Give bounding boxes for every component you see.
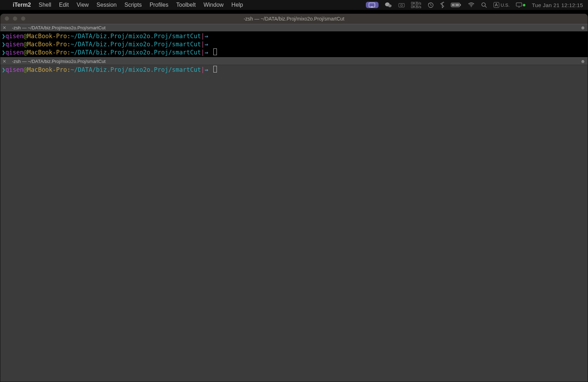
input-source[interactable]: A U.S. (494, 2, 509, 8)
window-titlebar[interactable]: -zsh — ~/DATA/biz.Proj/mixo2o.Proj/smart… (0, 14, 588, 24)
menu-help[interactable]: Help (231, 2, 243, 8)
iterm-window: -zsh — ~/DATA/biz.Proj/mixo2o.Proj/smart… (0, 13, 588, 382)
zoom-window-button[interactable] (21, 16, 25, 21)
macos-menubar: iTerm2 Shell Edit View Session Scripts P… (0, 0, 588, 10)
pane-bottom-tabbar[interactable]: ✕ -zsh — ~/DATA/biz.Proj/mixo2o.Proj/sma… (0, 57, 588, 65)
pane-bottom: ✕ -zsh — ~/DATA/biz.Proj/mixo2o.Proj/sma… (0, 57, 588, 382)
svg-rect-0 (369, 3, 375, 7)
close-pane-icon[interactable]: ✕ (2, 59, 9, 64)
menubar-right: 0KB/s0KB/s A U.S. Tue Jan 21 12:12:15 (366, 1, 583, 8)
menubar-left: iTerm2 Shell Edit View Session Scripts P… (5, 2, 243, 8)
timemachine-icon[interactable] (428, 2, 434, 8)
minimize-window-button[interactable] (13, 16, 17, 21)
window-title: -zsh — ~/DATA/biz.Proj/mixo2o.Proj/smart… (0, 16, 588, 22)
menu-window[interactable]: Window (203, 2, 224, 8)
wechat-icon[interactable] (385, 2, 392, 8)
traffic-lights (0, 16, 25, 21)
menu-session[interactable]: Session (97, 2, 117, 8)
cursor (213, 66, 217, 73)
prompt-line: ❯qisen@MacBook-Pro:~/DATA/biz.Proj/mixo2… (2, 32, 586, 40)
prompt-line: ❯qisen@MacBook-Pro:~/DATA/biz.Proj/mixo2… (2, 40, 586, 48)
menu-profiles[interactable]: Profiles (150, 2, 168, 8)
pane-top-title: -zsh — ~/DATA/biz.Proj/mixo2o.Proj/smart… (12, 25, 105, 30)
menu-view[interactable]: View (76, 2, 88, 8)
close-window-button[interactable] (5, 16, 9, 21)
wifi-icon[interactable] (468, 2, 475, 7)
network-speed[interactable]: 0KB/s0KB/s (411, 1, 421, 8)
display-icon[interactable] (516, 2, 525, 7)
prompt-line: ❯qisen@MacBook-Pro:~/DATA/biz.Proj/mixo2… (2, 66, 586, 74)
svg-rect-8 (460, 4, 461, 6)
terminal-top[interactable]: ❯qisen@MacBook-Pro:~/DATA/biz.Proj/mixo2… (0, 31, 588, 57)
pane-top-tabbar[interactable]: ✕ -zsh — ~/DATA/biz.Proj/mixo2o.Proj/sma… (0, 24, 588, 31)
terminal-bottom[interactable]: ❯qisen@MacBook-Pro:~/DATA/biz.Proj/mixo2… (0, 65, 588, 382)
bluetooth-icon[interactable] (440, 2, 444, 8)
menu-toolbelt[interactable]: Toolbelt (176, 2, 196, 8)
svg-rect-1 (371, 7, 373, 7)
app-name[interactable]: iTerm2 (13, 2, 31, 8)
pane-menu-icon[interactable]: ☻ (580, 58, 586, 64)
pane-bottom-title: -zsh — ~/DATA/biz.Proj/mixo2o.Proj/smart… (12, 59, 105, 64)
cursor (213, 48, 217, 55)
battery-icon[interactable] (451, 2, 461, 7)
svg-point-11 (482, 2, 485, 6)
menu-shell[interactable]: Shell (39, 2, 51, 8)
menubar-clock[interactable]: Tue Jan 21 12:12:15 (532, 2, 583, 8)
svg-point-3 (388, 4, 392, 7)
spotlight-icon[interactable] (481, 2, 487, 8)
camera-icon[interactable] (398, 2, 405, 7)
svg-rect-12 (516, 3, 522, 6)
svg-rect-4 (399, 4, 404, 7)
screen-record-icon[interactable] (366, 2, 379, 8)
close-pane-icon[interactable]: ✕ (2, 25, 9, 30)
pane-menu-icon[interactable]: ☻ (580, 25, 586, 30)
menu-edit[interactable]: Edit (59, 2, 69, 8)
prompt-line: ❯qisen@MacBook-Pro:~/DATA/biz.Proj/mixo2… (2, 48, 586, 57)
split-panes: ✕ -zsh — ~/DATA/biz.Proj/mixo2o.Proj/sma… (0, 24, 588, 382)
menu-scripts[interactable]: Scripts (125, 2, 142, 8)
svg-point-10 (471, 6, 472, 7)
pane-top: ✕ -zsh — ~/DATA/biz.Proj/mixo2o.Proj/sma… (0, 24, 588, 57)
svg-point-5 (400, 4, 402, 6)
